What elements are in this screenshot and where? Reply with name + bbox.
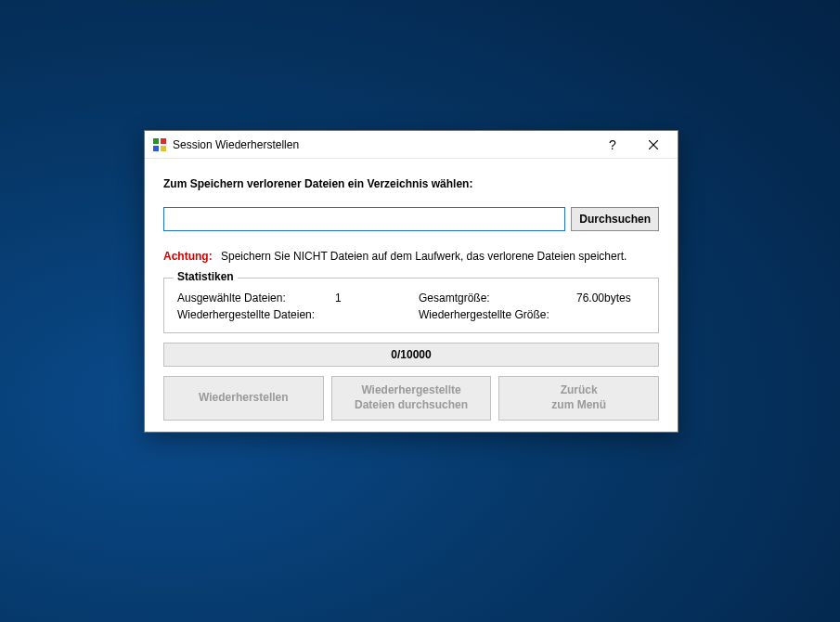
- svg-rect-3: [161, 146, 166, 151]
- help-button[interactable]: ?: [592, 132, 633, 158]
- titlebar[interactable]: Session Wiederherstellen ?: [145, 131, 678, 159]
- window-title: Session Wiederherstellen: [173, 138, 592, 151]
- directory-input[interactable]: [163, 207, 565, 231]
- recovered-size-value: [576, 308, 645, 321]
- browse-recovered-label-1: Wiederhergestellte: [361, 383, 460, 398]
- recover-button[interactable]: Wiederherstellen: [163, 376, 324, 421]
- help-icon: ?: [609, 137, 616, 152]
- path-row: Durchsuchen: [163, 207, 659, 231]
- dialog-content: Zum Speichern verlorener Dateien ein Ver…: [145, 159, 678, 432]
- warning-text: Achtung: Speichern Sie NICHT Dateien auf…: [163, 250, 659, 263]
- stats-row-1: Ausgewählte Dateien: 1 Gesamtgröße: 76.0…: [177, 292, 645, 305]
- svg-rect-1: [161, 138, 166, 144]
- selected-files-value: 1: [335, 292, 419, 305]
- back-label-2: zum Menü: [551, 398, 606, 413]
- back-to-menu-button[interactable]: Zurück zum Menü: [498, 376, 659, 421]
- browse-recovered-button[interactable]: Wiederhergestellte Dateien durchsuchen: [331, 376, 492, 421]
- progress-bar: 0/10000: [163, 343, 659, 367]
- total-size-value: 76.00bytes: [576, 292, 645, 305]
- back-label-1: Zurück: [561, 383, 598, 398]
- prompt-label: Zum Speichern verlorener Dateien ein Ver…: [163, 177, 659, 190]
- total-size-label: Gesamtgröße:: [419, 292, 576, 305]
- recovered-size-label: Wiederhergestellte Größe:: [419, 308, 576, 321]
- recovered-files-label: Wiederhergestellte Dateien:: [177, 308, 335, 321]
- browse-button[interactable]: Durchsuchen: [571, 207, 659, 231]
- close-button[interactable]: [633, 132, 674, 158]
- svg-rect-2: [153, 146, 159, 151]
- app-icon: [152, 137, 167, 152]
- stats-row-2: Wiederhergestellte Dateien: Wiederherges…: [177, 308, 645, 321]
- close-icon: [649, 137, 658, 152]
- svg-rect-0: [153, 138, 159, 144]
- session-restore-dialog: Session Wiederherstellen ? Zum Speichern…: [144, 130, 678, 433]
- recovered-files-value: [335, 308, 419, 321]
- warning-message: Speichern Sie NICHT Dateien auf dem Lauf…: [221, 250, 627, 263]
- recover-button-label: Wiederherstellen: [199, 391, 289, 406]
- statistics-group: Statistiken Ausgewählte Dateien: 1 Gesam…: [163, 278, 659, 333]
- browse-recovered-label-2: Dateien durchsuchen: [355, 398, 468, 413]
- selected-files-label: Ausgewählte Dateien:: [177, 292, 335, 305]
- warning-label: Achtung:: [163, 250, 213, 263]
- action-buttons: Wiederherstellen Wiederhergestellte Date…: [163, 376, 659, 421]
- progress-text: 0/10000: [391, 348, 431, 361]
- statistics-legend: Statistiken: [174, 270, 238, 283]
